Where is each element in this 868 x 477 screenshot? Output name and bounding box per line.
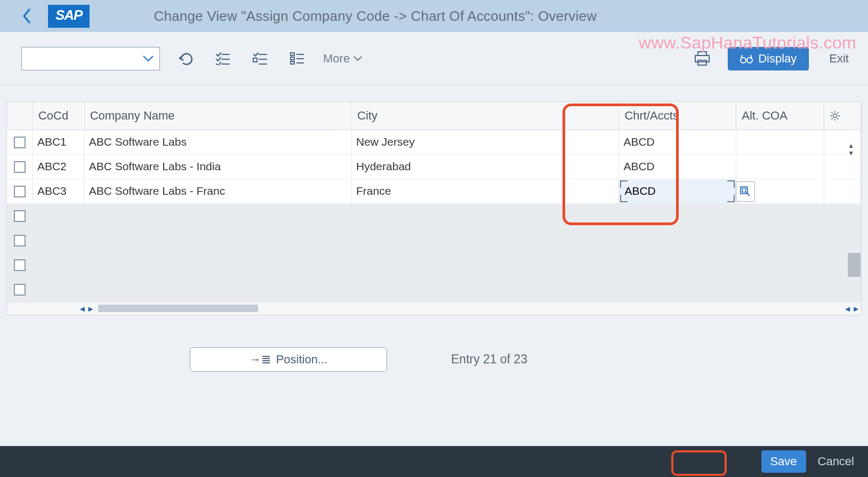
page-title: Change View "Assign Company Code -> Char… bbox=[154, 8, 597, 25]
svg-rect-11 bbox=[742, 188, 746, 192]
col-chrt-accts[interactable]: Chrt/Accts bbox=[619, 102, 736, 130]
undo-icon bbox=[178, 52, 194, 66]
position-row: →≣ Position... Entry 21 of 23 bbox=[0, 315, 868, 393]
cell-company[interactable]: ABC Software Labs bbox=[84, 130, 351, 154]
cell-company[interactable]: ABC Software Labs - Franc bbox=[84, 179, 351, 203]
row-checkbox[interactable] bbox=[14, 284, 26, 296]
back-button[interactable] bbox=[16, 5, 37, 27]
goto-icon: →≣ bbox=[250, 353, 271, 367]
save-button[interactable]: Save bbox=[761, 450, 806, 473]
table-row-empty[interactable] bbox=[7, 252, 861, 277]
cell-alt-coa[interactable] bbox=[736, 154, 824, 179]
svg-rect-5 bbox=[695, 55, 709, 62]
configure-button[interactable] bbox=[286, 47, 309, 70]
cell-chrt-accts[interactable] bbox=[619, 179, 736, 203]
row-checkbox[interactable] bbox=[14, 210, 26, 222]
col-cocd[interactable]: CoCd bbox=[33, 102, 84, 130]
vertical-scroll-up[interactable]: ▲▼ bbox=[848, 142, 854, 157]
chevron-left-icon bbox=[22, 9, 31, 23]
checklist-partial-icon bbox=[253, 52, 268, 65]
exit-button[interactable]: Exit bbox=[823, 52, 855, 66]
deselect-all-button[interactable] bbox=[248, 47, 272, 70]
table-row[interactable]: ABC3ABC Software Labs - FrancFrance bbox=[7, 179, 861, 203]
svg-rect-4 bbox=[698, 52, 706, 55]
search-help-icon bbox=[740, 186, 751, 197]
cell-cocd[interactable]: ABC1 bbox=[33, 130, 84, 154]
cell-chrt-accts[interactable]: ABCD bbox=[619, 130, 736, 154]
footer-bar: Save Cancel bbox=[0, 446, 868, 477]
svg-point-7 bbox=[741, 58, 746, 63]
svg-point-9 bbox=[833, 114, 837, 117]
more-label: More bbox=[323, 52, 350, 66]
cell-alt-coa[interactable] bbox=[736, 130, 824, 154]
svg-rect-6 bbox=[698, 60, 706, 65]
cell-chrt-accts[interactable]: ABCD bbox=[619, 154, 736, 179]
toolbar: More Display Exit bbox=[0, 32, 868, 85]
gear-icon bbox=[830, 110, 840, 121]
cancel-button[interactable]: Cancel bbox=[818, 455, 854, 468]
table-row-empty[interactable] bbox=[7, 228, 861, 252]
svg-point-8 bbox=[747, 58, 752, 63]
display-label: Display bbox=[758, 52, 797, 66]
undo-button[interactable] bbox=[174, 47, 197, 70]
col-alt-coa[interactable]: Alt. COA bbox=[736, 102, 824, 130]
shell-header: SAP Change View "Assign Company Code -> … bbox=[0, 0, 868, 32]
select-all-button[interactable] bbox=[211, 47, 235, 70]
row-checkbox[interactable] bbox=[14, 259, 26, 271]
checklist-icon bbox=[215, 52, 230, 65]
cell-city[interactable]: Hyderabad bbox=[352, 154, 619, 179]
svg-rect-1 bbox=[291, 53, 294, 55]
row-checkbox[interactable] bbox=[14, 161, 26, 173]
command-combo[interactable] bbox=[21, 47, 160, 70]
horizontal-scrollbar[interactable]: ◄► ◄► bbox=[7, 302, 861, 315]
cell-city[interactable]: New Jersey bbox=[352, 130, 619, 154]
row-checkbox[interactable] bbox=[14, 186, 26, 197]
chrt-accts-input[interactable] bbox=[623, 181, 732, 201]
col-city[interactable]: City bbox=[352, 102, 619, 130]
table-settings[interactable] bbox=[824, 102, 848, 130]
chevron-down-icon bbox=[353, 55, 363, 62]
col-company[interactable]: Company Name bbox=[84, 102, 351, 130]
cell-cocd[interactable]: ABC3 bbox=[33, 179, 84, 203]
table-row[interactable]: ABC2ABC Software Labs - IndiaHyderabadAB… bbox=[7, 154, 861, 179]
sap-logo: SAP bbox=[48, 5, 90, 28]
row-checkbox[interactable] bbox=[14, 235, 26, 247]
table-header-row: CoCd Company Name City Chrt/Accts Alt. C… bbox=[7, 102, 861, 130]
search-help-button[interactable] bbox=[736, 181, 755, 202]
grid-list-icon bbox=[290, 52, 305, 65]
cell-city[interactable]: France bbox=[352, 179, 619, 203]
cell-cocd[interactable]: ABC2 bbox=[33, 154, 84, 179]
svg-rect-0 bbox=[253, 58, 257, 62]
cell-company[interactable]: ABC Software Labs - India bbox=[84, 154, 351, 179]
table-row-empty[interactable] bbox=[7, 277, 861, 301]
more-menu[interactable]: More bbox=[323, 52, 363, 66]
svg-rect-2 bbox=[291, 57, 294, 60]
annotation-highlight-save bbox=[671, 450, 727, 476]
glasses-icon bbox=[740, 53, 753, 65]
svg-rect-3 bbox=[291, 61, 294, 64]
table-row[interactable]: ABC1ABC Software LabsNew JerseyABCD▲▼ bbox=[7, 130, 861, 154]
assignment-table: CoCd Company Name City Chrt/Accts Alt. C… bbox=[6, 101, 862, 315]
entry-counter: Entry 21 of 23 bbox=[451, 352, 527, 367]
chevron-down-icon bbox=[142, 55, 154, 62]
table-row-empty[interactable] bbox=[7, 203, 861, 228]
position-button[interactable]: →≣ Position... bbox=[190, 347, 387, 372]
row-checkbox[interactable] bbox=[14, 137, 26, 148]
display-button[interactable]: Display bbox=[728, 47, 809, 70]
print-button[interactable] bbox=[690, 47, 714, 70]
printer-icon bbox=[694, 51, 710, 66]
